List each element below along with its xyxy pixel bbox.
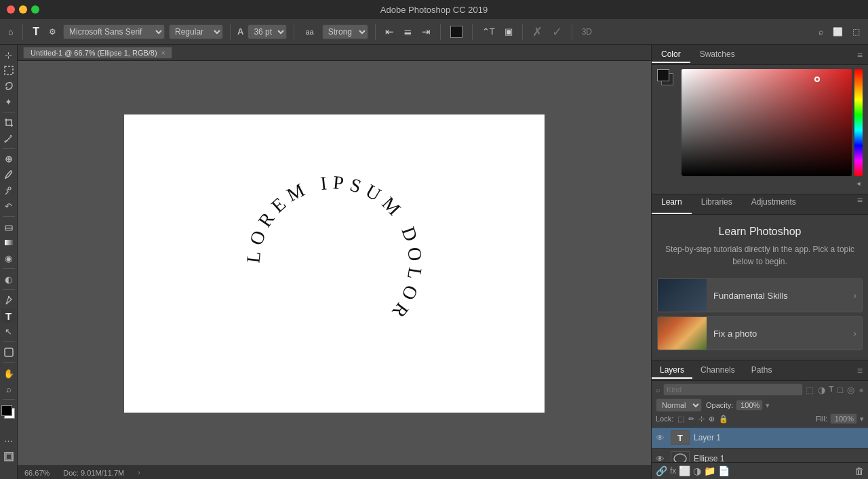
- antialiasing-select[interactable]: Strong: [322, 24, 368, 39]
- add-mask-icon[interactable]: ⬜: [679, 465, 690, 476]
- hand-tool[interactable]: ✋: [1, 366, 16, 381]
- close-button[interactable]: [7, 5, 15, 14]
- foreground-color-mini[interactable]: [657, 69, 669, 81]
- tab-swatches[interactable]: Swatches: [690, 47, 745, 63]
- lock-all-icon[interactable]: 🔒: [719, 415, 728, 423]
- font-options-icon[interactable]: ⚙: [46, 26, 59, 38]
- workspace-button[interactable]: ⬜: [830, 26, 846, 38]
- pen-tool[interactable]: [1, 293, 16, 308]
- quick-select-tool[interactable]: ✦: [1, 94, 16, 109]
- filter-shape-icon[interactable]: □: [837, 385, 843, 395]
- path-selection-tool[interactable]: ↖: [1, 324, 16, 339]
- learn-panel-collapse[interactable]: ≡: [852, 194, 868, 214]
- lock-label: Lock:: [656, 415, 673, 423]
- type-tool-left[interactable]: T: [1, 308, 16, 323]
- layer-item-ellipse1[interactable]: 👁 Ellipse 1: [652, 449, 868, 462]
- eyedropper-tool[interactable]: [1, 131, 16, 146]
- history-brush-tool[interactable]: ↶: [1, 199, 16, 213]
- left-tool-separator-1: [3, 112, 15, 112]
- color-swatches-panel: Color Swatches ≡: [652, 45, 868, 194]
- tab-channels[interactable]: Channels: [692, 362, 743, 379]
- dodge-tool[interactable]: ◐: [1, 272, 16, 287]
- svg-point-11: [674, 454, 686, 462]
- blur-tool[interactable]: ◉: [1, 251, 16, 266]
- shape-tool[interactable]: [1, 345, 16, 360]
- filter-type-icon[interactable]: T: [829, 385, 834, 395]
- font-style-select[interactable]: Regular: [169, 24, 223, 39]
- font-size-select[interactable]: 36 pt: [248, 24, 287, 39]
- align-center-button[interactable]: ≣: [401, 24, 415, 39]
- lock-artboard-icon[interactable]: ⊕: [709, 415, 715, 423]
- learn-card-fundamental[interactable]: Fundamental Skills ›: [657, 278, 863, 312]
- 3d-button[interactable]: 3D: [579, 26, 595, 38]
- maximize-button[interactable]: [31, 5, 39, 14]
- color-panel-collapse[interactable]: ≡: [852, 49, 868, 60]
- font-family-select[interactable]: Microsoft Sans Serif: [63, 24, 165, 39]
- lock-transparent-icon[interactable]: ⬚: [677, 415, 684, 423]
- opacity-value[interactable]: 100%: [736, 400, 763, 411]
- tab-learn[interactable]: Learn: [652, 194, 692, 214]
- tab-color[interactable]: Color: [652, 47, 690, 63]
- commit-button[interactable]: ✓: [549, 23, 565, 41]
- type-tool-icon[interactable]: T: [30, 24, 42, 39]
- tab-paths[interactable]: Paths: [743, 362, 781, 379]
- toggle-path-button[interactable]: ▣: [502, 25, 515, 38]
- layer-search-input[interactable]: [663, 383, 803, 396]
- layer-item-layer1[interactable]: 👁 T Layer 1: [652, 428, 868, 449]
- zoom-tool[interactable]: ⌕: [1, 381, 16, 396]
- layer-visibility-layer1[interactable]: 👁: [656, 433, 667, 443]
- filter-adjustment-icon[interactable]: ◑: [818, 385, 825, 395]
- brush-tool[interactable]: [1, 167, 16, 182]
- new-layer-icon[interactable]: 📄: [718, 465, 730, 476]
- learn-description: Step-by-step tutorials directly in the a…: [660, 243, 860, 268]
- layer-thumb-layer1: T: [671, 430, 690, 445]
- link-layers-icon[interactable]: 🔗: [656, 465, 667, 476]
- canvas-document[interactable]: LOREM IPSUM DOLOR: [124, 114, 545, 413]
- ui-options-button[interactable]: ⬚: [850, 26, 863, 38]
- lock-paint-icon[interactable]: ✏: [688, 415, 694, 423]
- extra-tool[interactable]: …: [1, 431, 16, 446]
- document-tab[interactable]: Untitled-1 @ 66.7% (Ellipse 1, RGB/8) ×: [23, 47, 172, 58]
- gradient-tool[interactable]: [1, 235, 16, 250]
- search-button[interactable]: ⌕: [816, 26, 826, 38]
- move-tool[interactable]: ⊹: [1, 47, 16, 62]
- clone-stamp-tool[interactable]: [1, 183, 16, 198]
- crop-tool[interactable]: [1, 115, 16, 130]
- align-left-button[interactable]: ⇤: [382, 24, 397, 39]
- hue-spectrum[interactable]: [854, 69, 863, 176]
- home-button[interactable]: ⌂: [5, 26, 16, 38]
- align-right-button[interactable]: ⇥: [419, 24, 433, 39]
- tab-libraries[interactable]: Libraries: [692, 194, 742, 214]
- toolbar-divider-3: [294, 24, 294, 40]
- filter-toggle[interactable]: ●: [859, 385, 864, 395]
- layer-visibility-ellipse1[interactable]: 👁: [656, 454, 667, 463]
- frame-tool[interactable]: [1, 449, 16, 464]
- foreground-color-swatch[interactable]: [1, 405, 12, 416]
- add-layer-style-icon[interactable]: fx: [670, 466, 676, 476]
- text-color-swatch[interactable]: [448, 24, 465, 39]
- tab-adjustments[interactable]: Adjustments: [742, 194, 806, 214]
- cancel-button[interactable]: ✗: [530, 23, 545, 41]
- filter-smart-icon[interactable]: ◎: [847, 385, 854, 395]
- marquee-tool[interactable]: [1, 63, 16, 78]
- lasso-tool[interactable]: [1, 79, 16, 93]
- document-tab-close[interactable]: ×: [161, 49, 165, 57]
- delete-layer-icon[interactable]: 🗑: [854, 465, 864, 476]
- fill-dropdown-icon[interactable]: ▾: [860, 415, 864, 423]
- titlebar: Adobe Photoshop CC 2019: [0, 0, 868, 19]
- healing-brush-tool[interactable]: [1, 152, 16, 167]
- layers-panel-collapse[interactable]: ≡: [852, 365, 868, 376]
- fill-value[interactable]: 100%: [830, 413, 857, 424]
- filter-pixel-icon[interactable]: ⬚: [806, 385, 814, 395]
- blend-mode-select[interactable]: Normal Multiply Screen: [656, 398, 702, 412]
- new-fill-adjustment-icon[interactable]: ◑: [693, 465, 701, 476]
- learn-card-fix-photo[interactable]: Fix a photo ›: [657, 316, 863, 350]
- warp-text-button[interactable]: ⌃T: [479, 25, 498, 38]
- opacity-dropdown-icon[interactable]: ▾: [766, 401, 770, 410]
- color-gradient-picker[interactable]: [682, 69, 852, 176]
- lock-move-icon[interactable]: ⊹: [698, 415, 705, 423]
- eraser-tool[interactable]: [1, 220, 16, 234]
- tab-layers[interactable]: Layers: [652, 362, 692, 379]
- minimize-button[interactable]: [19, 5, 27, 14]
- new-group-icon[interactable]: 📁: [704, 465, 715, 476]
